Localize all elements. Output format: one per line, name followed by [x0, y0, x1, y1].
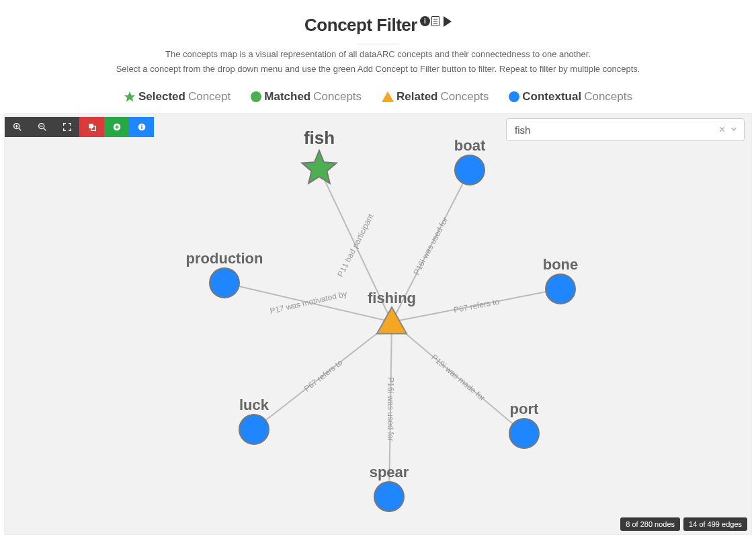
legend-related: Related Concepts: [382, 90, 489, 103]
svg-point-27: [509, 419, 539, 448]
fullscreen-icon: [62, 122, 73, 132]
node-label-center: fishing: [368, 290, 416, 307]
svg-line-16: [319, 169, 392, 322]
svg-line-6: [44, 128, 46, 130]
node-label: boat: [454, 137, 485, 155]
circle-icon: [509, 91, 519, 102]
concept-select-value: fish: [515, 124, 719, 136]
legend: Selected Concept Matched Concepts Relate…: [0, 90, 756, 103]
chevron-down-icon[interactable]: [729, 124, 739, 136]
svg-line-21: [254, 322, 392, 429]
graph-edges-layer: [5, 114, 751, 534]
legend-contextual: Contextual Concepts: [509, 90, 632, 103]
svg-point-29: [239, 415, 269, 444]
zoom-out-icon: [37, 122, 48, 132]
edge-label: P16i was used for: [386, 378, 395, 442]
title-icons: i: [420, 16, 452, 27]
info-icon: [136, 122, 147, 132]
svg-marker-23: [377, 307, 407, 334]
info-icon[interactable]: i: [420, 16, 430, 26]
circle-icon: [251, 91, 261, 102]
divider: [358, 44, 398, 44]
svg-point-15: [141, 125, 142, 126]
page-title: Concept Filter: [304, 15, 417, 36]
edge-label: P17 was motivated by: [269, 289, 348, 316]
node-count-badge: 8 of 280 nodes: [620, 517, 680, 531]
edge-label: P11 had participant: [335, 212, 375, 278]
svg-marker-0: [124, 91, 136, 102]
clear-icon[interactable]: ×: [719, 124, 725, 136]
svg-point-30: [210, 268, 239, 298]
edge-label: P19i was made for: [429, 353, 487, 403]
graph-stats: 8 of 280 nodes 14 of 499 edges: [620, 517, 747, 531]
svg-line-18: [392, 289, 560, 322]
svg-line-20: [389, 322, 392, 497]
svg-line-22: [224, 283, 392, 322]
svg-line-2: [19, 128, 21, 130]
edge-label: P67 refers to: [452, 296, 499, 315]
zoom-in-icon: [12, 122, 23, 132]
plus-circle-icon: [112, 122, 122, 132]
concept-map-canvas[interactable]: fish × P11 had participantP16i was used …: [4, 113, 752, 535]
concept-select[interactable]: fish ×: [506, 118, 745, 141]
description-line-1: The concepts map is a visual representat…: [0, 48, 756, 60]
legend-matched: Matched Concepts: [251, 90, 362, 103]
reset-button[interactable]: [79, 117, 104, 137]
zoom-in-button[interactable]: [5, 117, 30, 137]
edge-label: P67 refers to: [302, 358, 344, 394]
svg-point-26: [546, 274, 575, 304]
svg-marker-24: [302, 151, 336, 183]
title-row: Concept Filter i: [304, 15, 452, 36]
node-label: bone: [543, 256, 579, 274]
star-icon: [124, 91, 136, 103]
svg-point-25: [455, 155, 485, 185]
triangle-icon: [382, 91, 394, 102]
document-icon[interactable]: [431, 16, 439, 26]
edge-label: P16i was used for: [411, 216, 450, 277]
node-label: production: [186, 250, 263, 267]
svg-point-28: [374, 482, 404, 511]
node-label: luck: [239, 396, 269, 414]
play-icon[interactable]: [444, 16, 452, 27]
svg-line-19: [392, 322, 524, 433]
map-toolbar: [5, 117, 154, 137]
header: Concept Filter i The concepts map is a v…: [0, 0, 756, 103]
svg-line-17: [392, 170, 470, 322]
node-label: port: [510, 401, 539, 418]
fullscreen-button[interactable]: [54, 117, 79, 137]
legend-selected: Selected Concept: [124, 90, 230, 103]
edge-count-badge: 14 of 499 edges: [683, 517, 747, 531]
node-label: spear: [370, 464, 409, 481]
zoom-out-button[interactable]: [30, 117, 54, 137]
reset-icon: [87, 122, 97, 132]
node-label: fish: [304, 128, 335, 149]
info-button[interactable]: [129, 117, 154, 137]
add-concept-button[interactable]: [104, 117, 129, 137]
description-line-2: Select a concept from the drop down menu…: [0, 63, 756, 75]
